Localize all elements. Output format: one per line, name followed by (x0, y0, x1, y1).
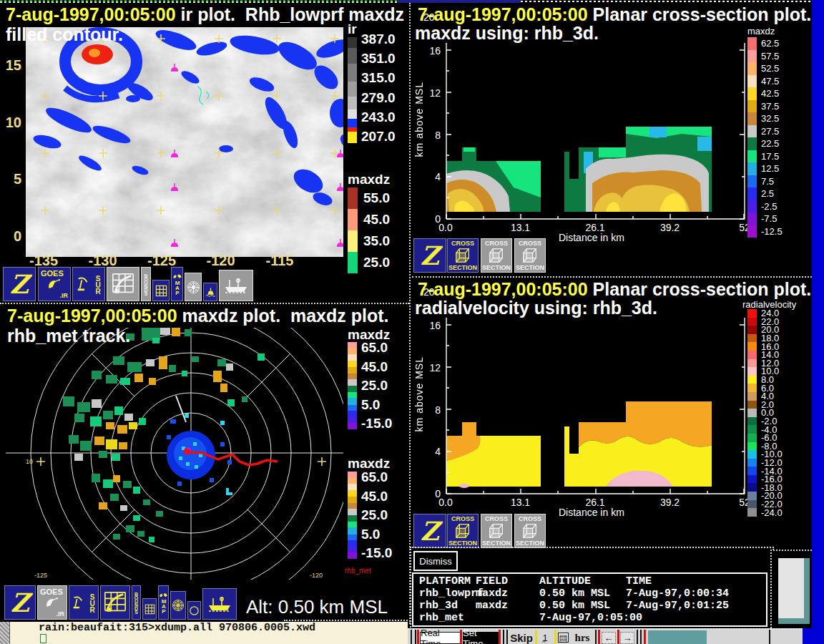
cross-section-button-3[interactable]: CROSSSECTION (514, 238, 546, 273)
map-button[interactable]: MAP (158, 585, 169, 620)
units-label: hrs (571, 632, 594, 644)
cube-icon (521, 247, 539, 264)
track-legend: rhb_met (345, 567, 371, 575)
section-label: SECTION (448, 540, 477, 547)
tick-label: 12 (429, 87, 441, 99)
grid-button[interactable] (142, 598, 157, 620)
time-progress-area[interactable] (648, 630, 707, 644)
surveillance-button[interactable]: SUR (72, 267, 105, 301)
ir-label: .IR (59, 292, 68, 299)
map-button[interactable]: MAP (171, 267, 183, 301)
background-window-scrollbar[interactable] (778, 558, 810, 624)
radar-antenna-icon (77, 275, 92, 293)
ship-button[interactable] (202, 588, 237, 620)
stepper-up-icon[interactable]: ^ (542, 639, 545, 644)
section-label: SECTION (482, 540, 511, 547)
title-text: Planar cross-section plot. Contour of (588, 4, 812, 24)
cross-section-button-1-active[interactable]: CROSSSECTION (447, 514, 479, 548)
xterm-scrollbar[interactable] (0, 622, 10, 644)
alt-axis-label: km above MSL (413, 82, 425, 157)
buoy-button[interactable] (203, 283, 217, 301)
colorbar-entry: 32.5 (747, 112, 783, 125)
tick-label: 5.0 (361, 527, 392, 542)
tick-label: 12 (429, 362, 441, 374)
cube-icon (488, 247, 505, 264)
surveillance-button[interactable]: SUR (69, 585, 99, 620)
tick-label: 8 (435, 130, 441, 141)
divider (506, 630, 508, 644)
altitude-readout: Alt: 0.50 km MSL (246, 596, 388, 618)
radar-ppi-display: 10 -125 -120 (6, 328, 343, 580)
bounds-button[interactable]: BOUNDS (132, 585, 141, 620)
web-button[interactable] (185, 273, 202, 301)
colorbar-entry: 17.5 (747, 150, 783, 163)
circle-button[interactable] (187, 601, 201, 620)
table-cell: 0.50 km MSL (539, 587, 626, 600)
timestamp: 7-aug-1997,00:05:00 (418, 4, 588, 24)
xs-colorbar: 62.557.552.547.542.537.532.527.522.517.5… (747, 37, 783, 238)
top-edge-white-dots-2 (521, 1, 812, 2)
platform-info-window: Dismiss PLATFORM FIELD ALTITUDE TIME rhb… (411, 548, 772, 628)
dismiss-button[interactable]: Dismiss (413, 551, 458, 571)
table-cell: maxdz (476, 587, 539, 600)
cross-section-button-2[interactable]: CROSSSECTION (481, 514, 512, 548)
cube-icon (454, 522, 471, 540)
colorbar-entry: 35.0 (348, 230, 390, 252)
divider-red (617, 630, 619, 644)
timestamp: 7-aug-1997,00:05:00 (418, 279, 588, 299)
colorbar-entry: 22.5 (747, 137, 783, 150)
zebra-button[interactable]: Z (413, 514, 446, 548)
real-time-button[interactable]: Real Time (420, 632, 461, 644)
xs-colorbar: 24.022.020.018.016.014.012.010.08.06.04.… (747, 309, 783, 517)
radar-antenna-icon (72, 594, 87, 611)
radar-grid-button[interactable] (107, 267, 139, 301)
table-cell (626, 612, 766, 624)
tick-label: 16 (429, 45, 441, 57)
bounds-label: BOUNDS (144, 273, 149, 295)
zebra-button[interactable]: Z (413, 238, 446, 273)
cross-label: CROSS (519, 515, 541, 522)
divider (769, 630, 770, 644)
cross-label: CROSS (451, 515, 474, 522)
radar-colorbar-labels-1: 65.045.025.05.0-15.0 (361, 340, 392, 431)
alt-axis-label: km above MSL (413, 356, 425, 431)
goes-ir-button[interactable]: GOES .IR (37, 585, 67, 620)
title-text: Planar cross-section plot. Contour of (588, 279, 812, 299)
colorbar-entry: 62.5 (747, 37, 783, 50)
radar-grid-button[interactable] (100, 585, 130, 620)
tick-label: 25.0 (361, 378, 392, 394)
step-back-button[interactable]: ← (602, 632, 616, 644)
terminal-cursor (40, 634, 46, 643)
tick-label: 0.0 (430, 497, 461, 508)
zebra-icon: Z (421, 518, 439, 544)
ship-button[interactable] (219, 270, 253, 301)
maxdz-colorbar-title: maxdz (348, 172, 390, 187)
bounds-button[interactable]: BOUNDS (141, 267, 151, 301)
col-header-time: TIME (626, 575, 766, 587)
cube-icon (521, 522, 539, 540)
goes-ir-button[interactable]: GOES .IR (38, 267, 71, 301)
tick-label: 65.0 (361, 340, 392, 356)
colorbar-entry: 2.5 (747, 187, 783, 200)
tick-label: 4 (435, 171, 441, 182)
zebra-button[interactable]: Z (3, 267, 36, 301)
grid-button[interactable] (152, 280, 170, 301)
web-button[interactable] (170, 591, 186, 620)
divider (411, 630, 412, 644)
step-forward-button[interactable]: → (620, 632, 634, 644)
units-menu-icon[interactable]: ▤ (558, 633, 569, 643)
ir-colorbar (348, 37, 357, 143)
zebra-button[interactable]: Z (4, 585, 36, 620)
lat-lon-grid (26, 27, 343, 257)
lat-tick-label: 10 (26, 458, 33, 465)
toolbar-top: Z GOES .IR SUR BOUNDS MAP (0, 267, 409, 303)
cross-section-button-3[interactable]: CROSSSECTION (514, 514, 546, 548)
goes-label: GOES (40, 587, 63, 596)
circle-icon (189, 605, 200, 616)
cross-section-button-1-active[interactable]: CROSSSECTION (447, 238, 479, 273)
set-time-button[interactable]: Set Time (463, 632, 499, 644)
xterm-window[interactable]: rain:beaufait:315>xdump.all 970806.0005.… (0, 622, 408, 644)
divider-red (499, 630, 501, 644)
divider-red (644, 630, 646, 644)
cross-section-button-2[interactable]: CROSSSECTION (481, 238, 512, 273)
